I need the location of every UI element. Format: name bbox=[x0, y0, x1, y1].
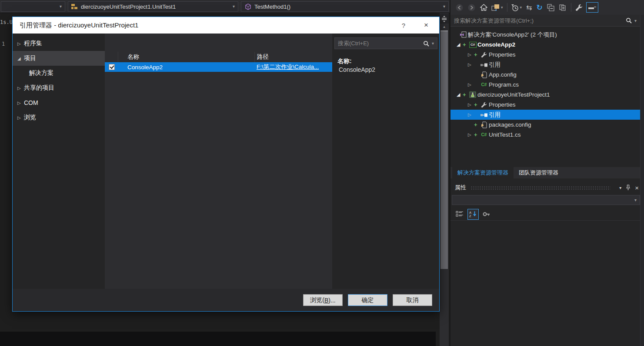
nav-item-solution[interactable]: 解决方案 bbox=[13, 66, 105, 81]
tree-item-consoleapp2-project[interactable]: ◢ + C# ConsoleApp2 bbox=[450, 40, 640, 50]
switch-views-icon[interactable] bbox=[491, 2, 500, 13]
refresh-icon[interactable]: ↻ bbox=[536, 2, 542, 13]
member-navigation-dropdown[interactable]: TestMethod1() ▾ bbox=[241, 1, 449, 12]
dialog-title-bar[interactable]: 引用管理器 - diercizuoyeUnitTestProject1 ? × bbox=[13, 17, 439, 34]
nav-item-com[interactable]: ▷ COM bbox=[13, 95, 105, 110]
scroll-up-button[interactable]: ▴ bbox=[440, 24, 449, 29]
expander-icon[interactable]: ▷ bbox=[468, 112, 474, 117]
categorized-icon[interactable] bbox=[454, 209, 465, 220]
project-context-dropdown[interactable]: ▾ bbox=[1, 1, 65, 12]
nav-item-label: COM bbox=[24, 99, 38, 106]
reference-row-consoleapp2[interactable]: ConsoleApp2 F:\第二次作业\Calcula... bbox=[105, 62, 332, 72]
name-column-header[interactable]: 名称 bbox=[118, 52, 255, 62]
tree-item-properties-1[interactable]: ▷ + Properties bbox=[450, 50, 640, 60]
reference-manager-dialog: 引用管理器 - diercizuoyeUnitTestProject1 ? × … bbox=[12, 17, 440, 312]
pending-add-icon: + bbox=[463, 91, 468, 98]
checkbox-column-header[interactable] bbox=[105, 52, 118, 62]
pending-changes-filter-icon[interactable] bbox=[511, 2, 519, 13]
reference-name: ConsoleApp2 bbox=[127, 64, 254, 71]
expander-icon[interactable]: ▷ bbox=[468, 62, 474, 67]
csharp-file-icon: C# bbox=[479, 82, 489, 87]
tree-item-references-2-selected[interactable]: ▷ 引用 bbox=[450, 110, 640, 120]
collapse-all-icon[interactable] bbox=[547, 2, 554, 13]
window-position-chevron-icon[interactable]: ▾ bbox=[619, 185, 621, 190]
chevron-down-icon[interactable]: ▾ bbox=[501, 5, 503, 10]
expander-icon[interactable]: ▷ bbox=[17, 41, 24, 46]
preview-selected-items-icon[interactable] bbox=[559, 2, 566, 13]
sync-with-active-document-icon[interactable]: ⇆ bbox=[526, 2, 532, 13]
expander-icon[interactable]: ▷ bbox=[468, 132, 474, 137]
properties-panel-header[interactable]: 属性 ▾ × bbox=[450, 182, 644, 193]
properties-object-combobox[interactable]: ▾ bbox=[452, 195, 640, 205]
expander-icon[interactable]: ▷ bbox=[17, 101, 24, 105]
search-icon[interactable] bbox=[626, 17, 632, 24]
chevron-down-icon[interactable]: ▾ bbox=[432, 41, 434, 46]
tree-item-packagesconfig[interactable]: + packages.config bbox=[450, 120, 640, 130]
pending-add-icon: + bbox=[474, 51, 479, 58]
tree-item-unittest1cs[interactable]: ▷ + C# UnitTest1.cs bbox=[450, 130, 640, 140]
chevron-down-icon[interactable]: ▾ bbox=[520, 5, 522, 10]
expander-icon[interactable]: ▷ bbox=[468, 82, 474, 87]
config-file-icon bbox=[479, 121, 489, 128]
pin-icon[interactable] bbox=[626, 185, 631, 191]
nav-item-shared-projects[interactable]: ▷ 共享的项目 bbox=[13, 81, 105, 95]
dialog-detail-pane: ▾ 名称: ConsoleApp2 bbox=[332, 34, 439, 290]
alphabetical-sort-icon[interactable]: AZ bbox=[467, 209, 479, 220]
method-icon bbox=[245, 3, 251, 10]
splitter-grip-icon[interactable] bbox=[440, 14, 449, 24]
reference-list: 名称 路径 ConsoleApp2 F:\第二次作业\Calcula... bbox=[105, 34, 332, 290]
solution-icon bbox=[458, 31, 468, 38]
reference-checkbox[interactable] bbox=[109, 64, 115, 70]
tree-item-label: 引用 bbox=[489, 61, 501, 69]
panel-scrollbar-track[interactable] bbox=[640, 15, 644, 346]
expander-icon[interactable]: ▷ bbox=[468, 52, 474, 57]
show-all-files-toggle-icon[interactable] bbox=[586, 2, 598, 13]
properties-wrench-icon bbox=[479, 102, 489, 108]
nav-item-browse[interactable]: ▷ 浏览 bbox=[13, 110, 105, 125]
config-file-icon bbox=[479, 71, 489, 78]
tab-solution-explorer[interactable]: 解决方案资源管理器 bbox=[452, 167, 514, 178]
help-button[interactable]: ? bbox=[394, 22, 413, 29]
tree-item-properties-2[interactable]: ▷ + Properties bbox=[450, 100, 640, 110]
tree-item-appconfig[interactable]: App.config bbox=[450, 70, 640, 80]
home-icon[interactable] bbox=[480, 2, 487, 13]
detail-name-value: ConsoleApp2 bbox=[339, 66, 375, 73]
scrollbar-thumb[interactable] bbox=[440, 30, 448, 269]
drag-texture bbox=[470, 186, 611, 190]
tree-item-unittest-project[interactable]: ◢ + diercizuoyeUnitTestProject1 bbox=[450, 90, 640, 100]
expander-icon[interactable]: ▷ bbox=[17, 115, 24, 120]
expander-icon[interactable]: ◢ bbox=[17, 56, 24, 61]
property-pages-key-icon[interactable] bbox=[481, 209, 492, 220]
solution-explorer-search-input[interactable] bbox=[454, 17, 626, 24]
chevron-down-icon[interactable]: ▾ bbox=[634, 18, 637, 23]
tab-team-explorer[interactable]: 团队资源管理器 bbox=[514, 167, 564, 178]
nav-item-assemblies[interactable]: ▷ 程序集 bbox=[13, 36, 105, 51]
close-button[interactable]: × bbox=[413, 21, 439, 30]
properties-title: 属性 bbox=[455, 184, 466, 191]
search-icon[interactable] bbox=[423, 40, 429, 47]
editor-vertical-scrollbar[interactable]: ▴ bbox=[440, 13, 449, 346]
nav-item-projects[interactable]: ◢ 项目 bbox=[13, 51, 105, 66]
dialog-search-input[interactable] bbox=[338, 40, 423, 47]
expander-icon[interactable]: ◢ bbox=[457, 42, 463, 47]
close-icon[interactable]: × bbox=[635, 184, 639, 191]
expander-icon[interactable]: ▷ bbox=[17, 86, 24, 91]
tree-item-solution-root[interactable]: 解决方案'ConsoleApp2' (2 个项目) bbox=[450, 30, 640, 40]
dialog-search-box[interactable]: ▾ bbox=[334, 37, 437, 49]
path-column-header[interactable]: 路径 bbox=[255, 52, 332, 62]
browse-label-key: B bbox=[324, 297, 328, 304]
solution-explorer-search-box[interactable]: ▾ bbox=[450, 15, 640, 27]
cancel-button[interactable]: 取消 bbox=[393, 294, 432, 306]
ok-button[interactable]: 确定 bbox=[348, 294, 387, 306]
properties-wrench-icon[interactable] bbox=[575, 2, 583, 13]
tree-item-references-1[interactable]: ▷ 引用 bbox=[450, 60, 640, 70]
tree-item-label: 解决方案'ConsoleApp2' (2 个项目) bbox=[468, 31, 557, 39]
editor-navigation-bar: ▾ diercizuoyeUnitTestProject1.UnitTest1 … bbox=[0, 0, 450, 13]
browse-button[interactable]: 浏览(B)... bbox=[303, 294, 343, 306]
forward-icon[interactable] bbox=[468, 2, 475, 13]
expander-icon[interactable]: ◢ bbox=[457, 92, 463, 97]
back-icon[interactable] bbox=[456, 2, 463, 13]
tree-item-programcs[interactable]: ▷ C# Program.cs bbox=[450, 80, 640, 90]
class-navigation-dropdown[interactable]: diercizuoyeUnitTestProject1.UnitTest1 ▾ bbox=[68, 1, 238, 12]
expander-icon[interactable]: ▷ bbox=[468, 102, 474, 107]
